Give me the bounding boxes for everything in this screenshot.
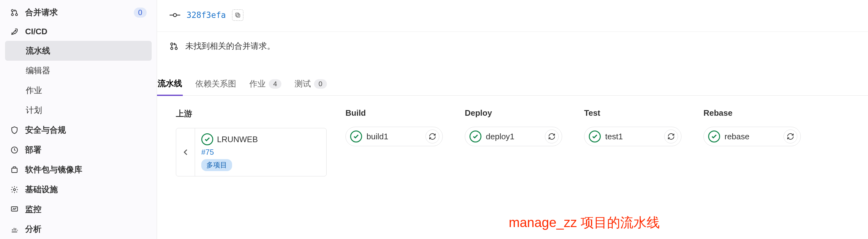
sidebar-item-security[interactable]: 安全与合规 [5,120,152,140]
svg-rect-11 [237,14,240,17]
sidebar-item-packages[interactable]: 软件包与镜像库 [5,160,152,180]
stage-title: 上游 [176,108,327,119]
stage-title: Build [345,108,446,118]
upstream-project: LRUNWEB [217,135,258,144]
shield-icon [10,126,19,134]
job-name: rebase [724,132,779,141]
tab-dependencies[interactable]: 依赖关系图 [195,73,237,95]
sidebar-label: 基础设施 [25,184,58,195]
upstream-card[interactable]: LRUNWEB #75 多项目 [176,128,327,177]
status-success-icon [201,133,213,145]
chart-icon [10,225,19,233]
sidebar-item-infra[interactable]: 基础设施 [5,180,152,200]
rocket-icon [10,28,19,36]
retry-job-button[interactable] [783,130,797,143]
multi-project-tag: 多项目 [201,159,232,171]
job-name: build1 [367,132,421,141]
svg-point-1 [11,14,13,16]
svg-rect-12 [236,13,239,16]
pipeline-tabs: 流水线 依赖关系图 作业 4 测试 0 [157,72,868,96]
svg-point-8 [173,14,177,17]
tab-tests[interactable]: 测试 0 [294,73,327,95]
stage-rebase: Rebase rebase [704,108,804,146]
stage-title: Deploy [465,108,565,118]
merge-request-icon [169,42,178,51]
stage-upstream: 上游 LRUNWEB #75 多项目 [176,108,327,177]
sidebar-label: CI/CD [25,27,48,36]
annotation-text: manage_zz 项目的流水线 [509,214,660,232]
job-deploy1[interactable]: deploy1 [465,127,562,146]
copy-commit-button[interactable] [232,9,243,21]
sidebar-label: 软件包与镜像库 [25,164,82,175]
job-build1[interactable]: build1 [345,127,443,146]
pipeline-graph: 上游 LRUNWEB #75 多项目 Bui [157,96,868,189]
stage-test: Test test1 [584,108,685,146]
sidebar-item-analyze[interactable]: 分析 [5,219,152,239]
status-success-icon [589,131,601,142]
monitor-icon [10,205,19,214]
job-name: deploy1 [486,132,540,141]
sidebar: 合并请求 0 CI/CD 流水线 编辑器 作业 计划 安全与合规 部署 软件包与… [0,0,157,239]
svg-point-14 [171,47,173,49]
sidebar-item-cicd[interactable]: CI/CD [5,22,152,41]
svg-point-6 [13,188,16,191]
stage-build: Build build1 [345,108,446,146]
svg-point-2 [16,14,18,16]
stage-deploy: Deploy deploy1 [465,108,565,146]
stage-title: Test [584,108,685,118]
sidebar-label: 监控 [25,204,41,215]
jobs-count: 4 [269,79,281,89]
status-success-icon [469,131,482,142]
sidebar-sub-editor[interactable]: 编辑器 [5,61,152,80]
merge-request-icon [10,8,19,17]
sidebar-sub-schedules[interactable]: 计划 [5,100,152,120]
sidebar-label: 合并请求 [25,7,58,18]
sidebar-item-deploy[interactable]: 部署 [5,140,152,160]
package-icon [10,166,19,174]
merge-request-bar: 未找到相关的合并请求。 [157,31,868,61]
sidebar-label: 分析 [25,223,41,235]
retry-job-button[interactable] [545,130,559,143]
gear-icon [10,186,19,194]
job-rebase[interactable]: rebase [704,127,801,146]
svg-point-0 [11,9,13,11]
sidebar-item-merge-requests[interactable]: 合并请求 0 [5,2,152,22]
status-success-icon [350,131,362,142]
upstream-pipeline-link[interactable]: #75 [201,148,258,157]
commit-bar: 328f3efa [157,0,868,31]
tests-count: 0 [314,79,327,89]
svg-point-13 [171,43,173,45]
mr-count-badge: 0 [134,7,147,18]
commit-hash-link[interactable]: 328f3efa [187,10,226,20]
sidebar-sub-pipelines[interactable]: 流水线 [5,41,152,61]
sidebar-label: 安全与合规 [25,125,66,136]
main-content: 328f3efa 未找到相关的合并请求。 流水线 依赖关系图 作业 4 测试 0… [157,0,868,239]
mr-empty-text: 未找到相关的合并请求。 [185,41,275,52]
job-test1[interactable]: test1 [584,127,681,146]
retry-job-button[interactable] [426,130,439,143]
tab-jobs[interactable]: 作业 4 [249,73,282,95]
commit-icon [169,12,180,18]
deploy-icon [10,146,19,154]
job-name: test1 [605,132,660,141]
svg-point-15 [175,47,178,49]
sidebar-item-monitor[interactable]: 监控 [5,200,152,219]
retry-job-button[interactable] [664,130,678,143]
expand-upstream-button[interactable] [176,128,195,176]
status-success-icon [708,131,720,142]
svg-rect-5 [11,168,17,172]
tab-pipeline[interactable]: 流水线 [157,72,183,96]
sidebar-label: 部署 [25,144,41,155]
stage-title: Rebase [704,108,804,118]
sidebar-sub-jobs[interactable]: 作业 [5,80,152,100]
